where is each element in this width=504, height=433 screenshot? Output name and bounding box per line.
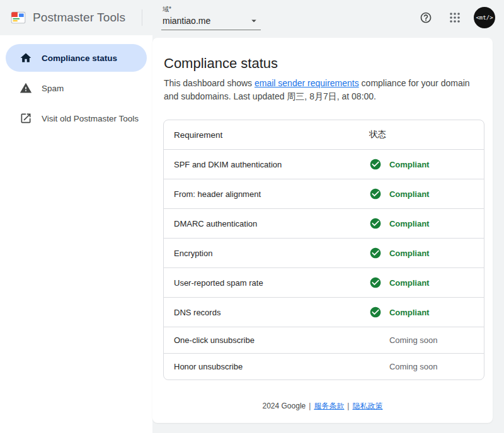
status-cell: Compliant bbox=[369, 306, 474, 318]
status-cell: Coming soon bbox=[369, 362, 474, 371]
sidebar: Compliance status Spam Visit old Postmas… bbox=[0, 35, 152, 433]
home-icon bbox=[20, 52, 32, 64]
status-label: Compliant bbox=[389, 308, 430, 317]
compliant-check-icon bbox=[369, 217, 382, 230]
card-footer: 2024 Google|服务条款|隐私政策 bbox=[152, 388, 493, 414]
main-card: Compliance status This dashboard shows e… bbox=[152, 38, 493, 423]
app-logo-area: Postmaster Tools bbox=[10, 9, 125, 26]
compliant-check-icon bbox=[369, 188, 382, 200]
compliance-table: Requirement 状态 SPF and DKIM authenticati… bbox=[163, 120, 484, 380]
domain-selector-label: 域* bbox=[163, 5, 260, 14]
status-cell: Compliant bbox=[369, 188, 474, 200]
compliant-check-icon bbox=[369, 158, 382, 171]
header-divider bbox=[142, 9, 142, 26]
table-header-row: Requirement 状态 bbox=[164, 120, 484, 150]
privacy-policy-link[interactable]: 隐私政策 bbox=[352, 402, 382, 410]
top-app-bar: Postmaster Tools 域* miantiao.me <mt/> bbox=[0, 0, 504, 35]
warning-icon bbox=[20, 82, 32, 94]
content-area: Compliance status Spam Visit old Postmas… bbox=[0, 35, 504, 433]
description-prefix: This dashboard shows bbox=[164, 78, 255, 88]
table-row: Honor unsubscribe Coming soon bbox=[164, 354, 484, 380]
status-cell: Compliant bbox=[369, 247, 474, 259]
status-cell-container: Compliant bbox=[359, 179, 484, 209]
chevron-down-icon bbox=[248, 15, 260, 26]
status-cell-container: Compliant bbox=[359, 268, 484, 298]
compliance-table-wrap: Requirement 状态 SPF and DKIM authenticati… bbox=[163, 120, 484, 380]
page-description: This dashboard shows email sender requir… bbox=[164, 77, 481, 103]
status-cell-container: Compliant bbox=[359, 239, 484, 268]
status-cell: Compliant bbox=[369, 158, 474, 171]
status-label: Compliant bbox=[389, 219, 430, 228]
column-header-requirement: Requirement bbox=[164, 120, 359, 150]
postmaster-logo-icon bbox=[10, 9, 26, 26]
compliance-table-body: SPF and DKIM authentication Compliant Fr… bbox=[164, 150, 484, 380]
sidebar-item-label: Spam bbox=[42, 84, 64, 93]
status-label: Compliant bbox=[389, 189, 430, 199]
compliant-check-icon bbox=[369, 276, 382, 289]
status-cell: Coming soon bbox=[369, 335, 474, 345]
header-actions: <mt/> bbox=[413, 5, 495, 30]
requirement-cell: One-click unsubscribe bbox=[164, 327, 359, 354]
requirement-cell: User-reported spam rate bbox=[164, 268, 359, 298]
status-cell-container: Compliant bbox=[359, 150, 484, 179]
status-label: Compliant bbox=[389, 278, 430, 288]
footer-separator: | bbox=[347, 402, 349, 410]
copyright-text: 2024 Google bbox=[263, 402, 306, 410]
status-label: Compliant bbox=[389, 249, 430, 258]
requirement-cell: DNS records bbox=[164, 298, 359, 327]
requirement-cell: Encryption bbox=[164, 239, 359, 268]
status-cell-container: Compliant bbox=[359, 209, 484, 239]
status-label: Coming soon bbox=[389, 362, 438, 371]
status-cell: Compliant bbox=[369, 217, 474, 230]
compliant-check-icon bbox=[369, 306, 382, 318]
sidebar-item-visit-old-postmaster-tools[interactable]: Visit old Postmaster Tools bbox=[6, 104, 147, 132]
app-title: Postmaster Tools bbox=[33, 11, 125, 25]
requirement-cell: From: header alignment bbox=[164, 179, 359, 209]
table-row: From: header alignment Compliant bbox=[164, 179, 484, 209]
status-cell-container: Coming soon bbox=[359, 354, 484, 380]
table-row: DNS records Compliant bbox=[164, 298, 484, 327]
status-cell-container: Compliant bbox=[359, 298, 484, 327]
sidebar-item-spam[interactable]: Spam bbox=[6, 74, 147, 102]
sidebar-item-label: Visit old Postmaster Tools bbox=[42, 114, 139, 123]
requirement-cell: DMARC authentication bbox=[164, 209, 359, 239]
domain-selector[interactable]: 域* miantiao.me bbox=[161, 4, 261, 30]
table-row: DMARC authentication Compliant bbox=[164, 209, 484, 239]
status-label: Compliant bbox=[389, 160, 430, 169]
table-row: One-click unsubscribe Coming soon bbox=[164, 327, 484, 354]
help-icon bbox=[420, 11, 432, 24]
status-cell: Compliant bbox=[369, 276, 474, 289]
apps-grid-button[interactable] bbox=[442, 5, 467, 30]
email-sender-requirements-link[interactable]: email sender requirements bbox=[255, 78, 359, 88]
table-row: Encryption Compliant bbox=[164, 239, 484, 268]
requirement-cell: Honor unsubscribe bbox=[164, 354, 359, 380]
sidebar-item-compliance-status[interactable]: Compliance status bbox=[6, 44, 147, 72]
table-row: User-reported spam rate Compliant bbox=[164, 268, 484, 298]
page-title: Compliance status bbox=[164, 55, 481, 72]
column-header-status: 状态 bbox=[359, 120, 484, 150]
avatar[interactable]: <mt/> bbox=[474, 7, 495, 28]
footer-separator: | bbox=[309, 402, 311, 410]
main: Compliance status This dashboard shows e… bbox=[152, 35, 504, 433]
table-row: SPF and DKIM authentication Compliant bbox=[164, 150, 484, 179]
help-button[interactable] bbox=[413, 5, 438, 30]
sidebar-item-label: Compliance status bbox=[42, 53, 117, 63]
external-link-icon bbox=[20, 112, 32, 125]
status-label: Coming soon bbox=[389, 335, 438, 345]
requirement-cell: SPF and DKIM authentication bbox=[164, 150, 359, 179]
terms-of-service-link[interactable]: 服务条款 bbox=[314, 402, 344, 410]
status-cell-container: Coming soon bbox=[359, 327, 484, 354]
compliant-check-icon bbox=[369, 247, 382, 259]
apps-grid-icon bbox=[449, 12, 461, 23]
domain-selector-value: miantiao.me bbox=[163, 16, 210, 26]
